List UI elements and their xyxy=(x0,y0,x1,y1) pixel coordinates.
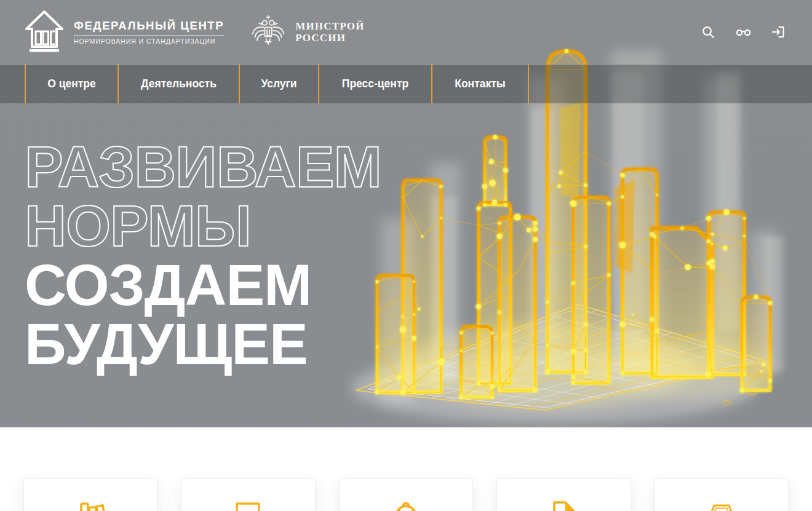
nav-item-contacts[interactable]: Контакты xyxy=(431,65,528,103)
hero-section: ФЕДЕРАЛЬНЫЙ ЦЕНТР НОРМИРОВАНИЯ И СТАНДАР… xyxy=(0,0,812,427)
main-nav: О центре Деятельность Услуги Пресс-центр… xyxy=(0,64,812,103)
fcs-logo-divider xyxy=(74,35,224,36)
fcs-logo-subtitle: НОРМИРОВАНИЯ И СТАНДАРТИЗАЦИИ xyxy=(74,38,224,45)
accessibility-button[interactable] xyxy=(734,23,752,41)
hero-line-4: БУДУЩЕЕ xyxy=(25,315,381,374)
fcs-logo-title: ФЕДЕРАЛЬНЫЙ ЦЕНТР xyxy=(74,19,224,33)
search-icon xyxy=(701,25,715,39)
minstroy-logo-text: МИНСТРОЙ РОССИИ xyxy=(295,20,364,44)
fcs-building-icon xyxy=(25,10,64,54)
library-books-icon xyxy=(69,497,112,511)
service-card-construction[interactable] xyxy=(339,478,473,511)
nav-item-about[interactable]: О центре xyxy=(25,65,117,103)
hero-heading: РАЗВИВАЕМ НОРМЫ СОЗДАЕМ БУДУЩЕЕ xyxy=(25,138,381,374)
site-header: ФЕДЕРАЛЬНЫЙ ЦЕНТР НОРМИРОВАНИЯ И СТАНДАР… xyxy=(0,0,812,64)
document-search-icon xyxy=(227,497,270,511)
service-cards xyxy=(0,427,812,511)
nav-item-services[interactable]: Услуги xyxy=(239,65,318,103)
hexagon-badge-icon xyxy=(700,497,743,511)
login-button[interactable] xyxy=(769,23,787,41)
nav-end-divider xyxy=(528,65,529,103)
hero-line-2: НОРМЫ xyxy=(25,197,381,256)
service-card-documents[interactable] xyxy=(496,478,631,511)
service-card-certification[interactable] xyxy=(655,478,789,511)
minstroy-eagle-emblem xyxy=(250,13,287,51)
login-icon xyxy=(771,25,786,39)
minstroy-logo[interactable]: МИНСТРОЙ РОССИИ xyxy=(250,13,364,51)
fcs-logo[interactable]: ФЕДЕРАЛЬНЫЙ ЦЕНТР НОРМИРОВАНИЯ И СТАНДАР… xyxy=(25,10,224,54)
nav-item-press[interactable]: Пресс-центр xyxy=(318,65,431,103)
nav-item-activity[interactable]: Деятельность xyxy=(117,65,239,103)
hard-hat-icon xyxy=(384,497,428,511)
glasses-icon xyxy=(735,25,752,39)
services-section xyxy=(0,427,812,511)
hero-line-3: СОЗДАЕМ xyxy=(25,256,381,315)
service-card-library[interactable] xyxy=(23,478,157,511)
document-icon xyxy=(542,497,585,511)
hero-line-1: РАЗВИВАЕМ xyxy=(25,138,381,197)
service-card-expertise[interactable] xyxy=(181,478,315,511)
header-actions xyxy=(699,23,787,41)
search-button[interactable] xyxy=(699,23,717,41)
